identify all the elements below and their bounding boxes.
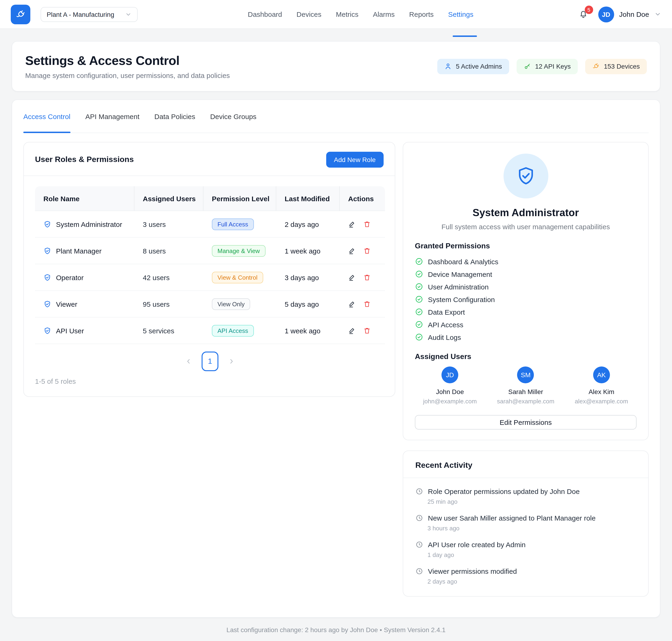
devices-badge: 153 Devices — [585, 58, 647, 74]
tab-device-groups[interactable]: Device Groups — [210, 100, 256, 133]
plant-selector-dropdown[interactable]: Plant A - Manufacturing — [41, 7, 138, 22]
edit-role-button[interactable] — [348, 247, 356, 255]
permission-badge: Full Access — [212, 218, 254, 230]
column-header-actions: Actions — [340, 186, 385, 210]
activity-text: Viewer permissions modified — [428, 567, 517, 575]
trash-icon — [363, 220, 371, 228]
role-name-cell: Viewer — [35, 300, 135, 308]
nav-right-cluster: 5 JD John Doe — [578, 6, 661, 22]
tab-data-policies[interactable]: Data Policies — [154, 100, 195, 133]
role-name-cell: Operator — [35, 273, 135, 281]
page: Plant A - Manufacturing Dashboard Device… — [0, 0, 672, 641]
roles-panel-title: User Roles & Permissions — [35, 155, 134, 164]
edit-role-button[interactable] — [348, 273, 356, 281]
add-new-role-button[interactable]: Add New Role — [326, 152, 383, 168]
nav-item-devices[interactable]: Devices — [297, 10, 322, 18]
content-row: User Roles & Permissions Add New Role Ro… — [23, 142, 649, 597]
shield-check-icon — [43, 220, 51, 228]
chevron-left-icon — [185, 358, 192, 365]
assigned-users-cell: 8 users — [135, 247, 204, 255]
permission-level-cell: API Access — [204, 325, 276, 336]
recent-activity-title: Recent Activity — [403, 451, 648, 478]
activity-text: New user Sarah Miller assigned to Plant … — [428, 514, 596, 522]
tab-access-control[interactable]: Access Control — [23, 100, 70, 133]
tab-api-management[interactable]: API Management — [85, 100, 140, 133]
plug-icon — [15, 9, 26, 19]
column-header-role-name: Role Name — [35, 186, 135, 210]
assigned-users-cell: 95 users — [135, 300, 204, 308]
shield-check-icon — [43, 273, 51, 281]
trash-icon — [363, 247, 371, 255]
assigned-users-title: Assigned Users — [415, 353, 636, 361]
check-circle-icon — [415, 270, 423, 278]
user-name: John Doe — [619, 10, 649, 18]
table-row: System Administrator 3 users Full Access… — [35, 211, 385, 237]
role-name-cell: System Administrator — [35, 220, 135, 228]
assigned-users-row: JD John Doe john@example.com SM Sarah Mi… — [415, 367, 636, 405]
role-name: System Administrator — [56, 220, 122, 228]
assigned-user: SM Sarah Miller sarah@example.com — [491, 367, 561, 405]
top-nav-bar: Plant A - Manufacturing Dashboard Device… — [0, 0, 672, 29]
nav-item-alarms[interactable]: Alarms — [373, 10, 395, 18]
delete-role-button[interactable] — [363, 273, 371, 281]
right-column: System Administrator Full system access … — [403, 142, 649, 597]
list-item: Viewer permissions modified 2 days ago — [415, 567, 636, 585]
nav-item-reports[interactable]: Reports — [409, 10, 434, 18]
delete-role-button[interactable] — [363, 247, 371, 255]
assigned-user: JD John Doe john@example.com — [415, 367, 485, 405]
chevron-down-icon[interactable] — [654, 11, 661, 18]
clock-icon — [415, 541, 423, 548]
shield-check-icon — [43, 247, 51, 255]
main-content-card: Access Control API Management Data Polic… — [12, 99, 660, 618]
previous-page-button[interactable] — [185, 358, 192, 365]
roles-table: Role Name Assigned Users Permission Leve… — [35, 186, 385, 344]
user-icon — [444, 63, 452, 70]
permission-label: Device Management — [428, 270, 492, 278]
activity-text: API User role created by Admin — [428, 541, 526, 548]
permission-level-cell: View Only — [204, 298, 276, 310]
edit-role-button[interactable] — [348, 300, 356, 308]
actions-cell — [340, 300, 385, 308]
permission-level-cell: View & Control — [204, 272, 276, 283]
edit-permissions-button[interactable]: Edit Permissions — [415, 415, 636, 429]
clock-icon — [415, 487, 423, 495]
delete-role-button[interactable] — [363, 327, 371, 335]
activity-time: 1 day ago — [428, 551, 636, 558]
list-item: System Configuration — [415, 295, 636, 303]
permission-label: Data Export — [428, 308, 465, 316]
granted-permissions-list: Dashboard & Analytics Device Management … — [415, 257, 636, 341]
activity-time: 3 hours ago — [428, 525, 636, 532]
notifications-button[interactable]: 5 — [578, 9, 589, 20]
page-number-button[interactable]: 1 — [201, 352, 219, 371]
actions-cell — [340, 327, 385, 335]
table-row: Viewer 95 users View Only 5 days ago — [35, 291, 385, 317]
chevron-down-icon — [125, 11, 131, 17]
role-name-cell: Plant Manager — [35, 247, 135, 255]
delete-role-button[interactable] — [363, 220, 371, 228]
assigned-users-cell: 5 services — [135, 327, 204, 335]
table-row: Plant Manager 8 users Manage & View 1 we… — [35, 237, 385, 264]
user-avatar[interactable]: JD — [598, 6, 614, 22]
activity-time: 2 days ago — [428, 578, 636, 585]
edit-role-button[interactable] — [348, 327, 356, 335]
edit-role-button[interactable] — [348, 220, 356, 228]
api-keys-label: 12 API Keys — [535, 63, 571, 70]
active-admins-badge: 5 Active Admins — [437, 58, 509, 74]
next-page-button[interactable] — [228, 358, 235, 365]
trash-icon — [363, 327, 371, 335]
last-modified-cell: 5 days ago — [276, 300, 340, 308]
activity-time: 25 min ago — [428, 498, 636, 505]
delete-role-button[interactable] — [363, 300, 371, 308]
nav-item-settings[interactable]: Settings — [448, 10, 473, 18]
list-item: Audit Logs — [415, 333, 636, 341]
permission-label: User Administration — [428, 283, 489, 291]
clock-icon — [415, 567, 423, 575]
permission-label: Dashboard & Analytics — [428, 258, 499, 265]
column-header-permission-level: Permission Level — [204, 186, 276, 210]
avatar: AK — [593, 367, 610, 383]
avatar: SM — [517, 367, 534, 383]
assigned-user: AK Alex Kim alex@example.com — [566, 367, 636, 405]
permission-level-cell: Manage & View — [204, 245, 276, 257]
nav-item-metrics[interactable]: Metrics — [336, 10, 359, 18]
nav-item-dashboard[interactable]: Dashboard — [248, 10, 282, 18]
